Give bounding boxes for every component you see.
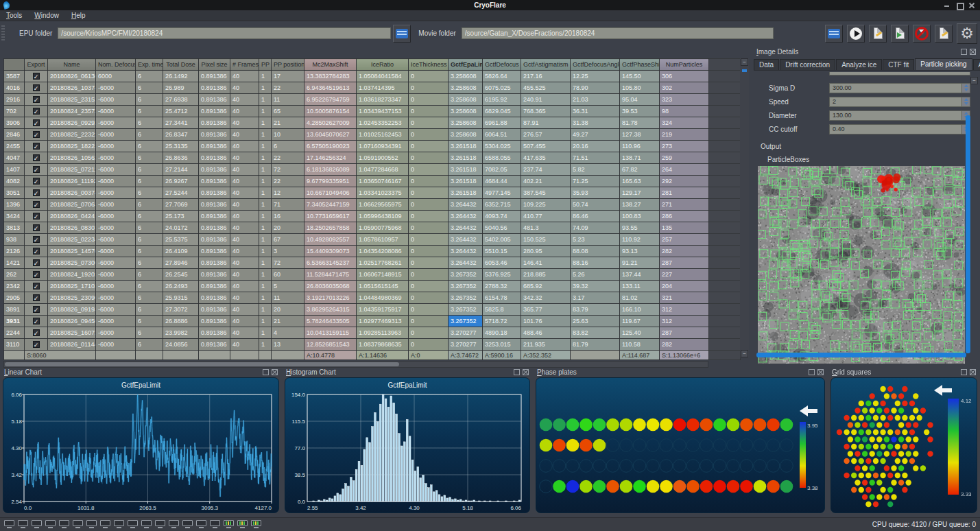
export-checkbox[interactable]: ✓ xyxy=(33,131,40,138)
table-cell[interactable]: 1.04359175917 xyxy=(357,304,409,316)
table-row[interactable]: 3424✓20180826_042415-6000625.1730.891386… xyxy=(4,211,741,222)
table-cell[interactable]: 40 xyxy=(230,304,259,316)
table-cell[interactable]: -6000 xyxy=(96,152,136,164)
table-cell[interactable]: 1.06067148915 xyxy=(357,269,409,281)
table-cell[interactable]: 0.891386 xyxy=(199,211,230,222)
table-cell[interactable]: 40 xyxy=(230,292,259,304)
scroll-down-button[interactable]: − xyxy=(741,350,748,357)
table-cell[interactable]: -6000 xyxy=(96,82,136,94)
table-cell[interactable]: 0 xyxy=(409,257,449,269)
table-cell[interactable]: 3.261518 xyxy=(449,141,483,152)
table-cell[interactable]: 6 xyxy=(136,152,163,164)
export-checkbox[interactable]: ✓ xyxy=(33,329,40,336)
table-cell[interactable]: 40 xyxy=(230,187,259,199)
table-cell[interactable]: 4890.18 xyxy=(483,327,521,339)
scrollbar-handle[interactable] xyxy=(742,69,747,72)
table-cell[interactable]: 1 xyxy=(259,257,272,269)
table-cell[interactable]: 6 xyxy=(136,316,163,327)
table-cell[interactable]: 65 xyxy=(272,106,304,117)
table-cell[interactable]: 3.258608 xyxy=(449,106,483,117)
table-cell[interactable]: 110.96 xyxy=(620,141,660,152)
table-cell[interactable]: 1 xyxy=(259,141,272,152)
table-cell[interactable]: 3.264432 xyxy=(449,222,483,234)
tab-aggregate[interactable]: Aggregate xyxy=(973,59,980,70)
table-cell[interactable]: 27.5244 xyxy=(163,187,199,199)
table-cell[interactable]: 39.32 xyxy=(571,281,620,292)
table-cell[interactable]: 1.08379868635 xyxy=(357,339,409,351)
table-cell[interactable]: 67 xyxy=(272,234,304,246)
table-cell[interactable]: 20180826_042415 xyxy=(48,211,96,222)
table-cell[interactable]: -6000 xyxy=(96,164,136,176)
table-cell[interactable]: 342.32 xyxy=(521,292,571,304)
table-cell[interactable]: 1 xyxy=(259,199,272,211)
table-cell[interactable]: -6000 xyxy=(96,199,136,211)
table-cell[interactable]: -6000 xyxy=(96,281,136,292)
table-cell[interactable]: 98 xyxy=(660,106,709,117)
table-cell[interactable]: 6 xyxy=(136,199,163,211)
table-cell[interactable]: 5826.64 xyxy=(483,71,521,82)
table-cell[interactable]: 71.51 xyxy=(571,152,620,164)
row-id[interactable]: 4047 xyxy=(4,152,25,164)
table-cell[interactable]: 0 xyxy=(409,176,449,187)
table-cell[interactable]: 12.8526851543 xyxy=(304,339,357,351)
row-id[interactable]: 2455 xyxy=(4,141,25,152)
table-row[interactable]: 3891✓20180826_091933-6000627.30720.89138… xyxy=(4,304,741,316)
table-row[interactable]: 2244✓20180825_160718-6000623.99820.89138… xyxy=(4,327,741,339)
table-cell[interactable]: 71.25 xyxy=(571,176,620,187)
sigma-d-input[interactable] xyxy=(830,84,961,93)
table-cell[interactable]: 26.8886 xyxy=(163,316,199,327)
table-cell[interactable]: 21 xyxy=(272,117,304,129)
table-cell[interactable]: 287 xyxy=(660,257,709,269)
table-cell[interactable]: 1 xyxy=(259,304,272,316)
table-cell[interactable]: 281 xyxy=(660,187,709,199)
table-cell[interactable]: 27.2144 xyxy=(163,164,199,176)
minimize-icon[interactable] xyxy=(944,2,950,8)
table-row[interactable]: 2455✓20180825_182220-6000625.31350.89138… xyxy=(4,141,741,152)
menu-item-tools[interactable]: Tools xyxy=(0,11,28,20)
table-cell[interactable]: 1.03341023375 xyxy=(357,187,409,199)
table-row[interactable]: 4047✓20180826_105627-6000626.86360.89138… xyxy=(4,152,741,164)
table-cell[interactable]: 40 xyxy=(230,327,259,339)
table-row[interactable]: 3813✓20180826_083032-6000624.01720.89138… xyxy=(4,222,741,234)
cc-cutoff-input[interactable] xyxy=(830,125,961,134)
close-icon[interactable] xyxy=(968,2,975,8)
table-cell[interactable]: 3.258608 xyxy=(449,129,483,141)
float-icon[interactable] xyxy=(961,369,967,375)
spin-down-icon[interactable] xyxy=(964,88,968,91)
table-cell[interactable]: 6.57505190023 xyxy=(304,141,357,152)
table-cell[interactable]: 20 xyxy=(272,304,304,316)
table-cell[interactable]: 5376.925 xyxy=(483,269,521,281)
table-cell[interactable]: 3.264432 xyxy=(449,234,483,246)
row-id[interactable]: 3424 xyxy=(4,211,25,222)
table-cell[interactable]: 50.74 xyxy=(571,199,620,211)
table-cell[interactable]: 1.06629565975 xyxy=(357,199,409,211)
table-cell[interactable]: 6 xyxy=(136,164,163,176)
table-cell[interactable]: 20180826_094507 xyxy=(48,316,96,327)
table-cell[interactable]: -6000 xyxy=(96,94,136,106)
table-cell[interactable]: 87.91 xyxy=(521,117,571,129)
table-cell[interactable]: 218.885 xyxy=(521,269,571,281)
table-cell[interactable]: 287 xyxy=(660,327,709,339)
table-cell[interactable]: 25.63 xyxy=(571,316,620,327)
table-cell[interactable]: 507.455 xyxy=(521,141,571,152)
table-cell[interactable]: 110.58 xyxy=(620,339,660,351)
table-cell[interactable]: 1 xyxy=(259,246,272,257)
table-cell[interactable]: 0.891386 xyxy=(199,129,230,141)
table-cell[interactable]: 6 xyxy=(136,327,163,339)
export-checkbox[interactable]: ✓ xyxy=(33,96,40,103)
table-cell[interactable]: 17 xyxy=(272,71,304,82)
table-cell[interactable]: 25.173 xyxy=(163,211,199,222)
table-cell[interactable]: 1.03618273347 xyxy=(357,94,409,106)
table-cell[interactable]: 264 xyxy=(660,164,709,176)
table-cell[interactable]: 10.0413159115 xyxy=(304,327,357,339)
table-cell[interactable]: 26.8636 xyxy=(163,152,199,164)
table-cell[interactable]: 1 xyxy=(259,106,272,117)
table-cell[interactable]: 26.1492 xyxy=(163,71,199,82)
row-id[interactable]: 2244 xyxy=(4,327,25,339)
table-cell[interactable]: 259 xyxy=(660,152,709,164)
table-cell[interactable]: 1.07160934391 xyxy=(357,141,409,152)
table-cell[interactable]: 26.4109 xyxy=(163,246,199,257)
table-cell[interactable]: 768.365 xyxy=(521,106,571,117)
table-cell[interactable]: 240.91 xyxy=(521,94,571,106)
spin-up-icon[interactable] xyxy=(964,112,968,115)
